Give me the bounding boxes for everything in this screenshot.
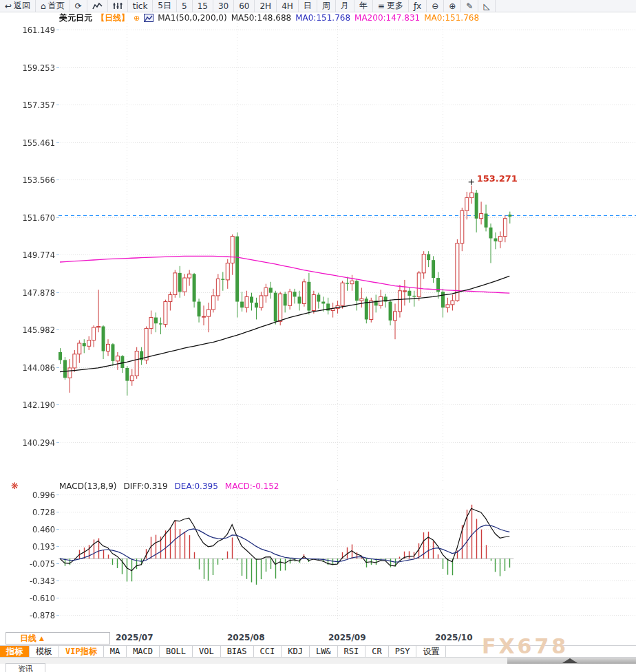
draw-icon: ✎ xyxy=(466,2,473,10)
indicator-tabs-row: 指标模板VIP指标MAMACDBOLLVOLBIASCCIKDJLW&RSICR… xyxy=(0,645,636,658)
toolbar-interval-5-button[interactable]: 5 xyxy=(177,0,193,12)
toolbar-tick-label: tick xyxy=(133,1,148,11)
toolbar-interval-30-button[interactable]: 30 xyxy=(213,0,234,12)
indicator-tab-kdj[interactable]: KDJ xyxy=(282,646,310,657)
toolbar-interval-day-button[interactable]: 日 xyxy=(299,0,317,12)
news-corner-tab[interactable]: 资讯 xyxy=(6,663,45,672)
toolbar-refresh-icon[interactable]: ⟳ xyxy=(70,0,87,12)
ma-settings-label[interactable]: MA1(50,0,200,0) xyxy=(158,13,226,23)
chart-header: 美元日元 【日线】 ⊕ MA1(50,0,200,0) MA50:148.688… xyxy=(59,12,479,23)
macd-header: MACD(13,8,9) DIFF:0.319 DEA:0.395 MACD:-… xyxy=(59,481,279,491)
toolbar-interval-week-button[interactable]: 周 xyxy=(317,0,336,12)
toolbar-interval-60-label: 60 xyxy=(239,1,249,11)
toolbar-angle-tool-icon[interactable]: ◺ xyxy=(478,0,495,12)
toolbar-more-label: 更多 xyxy=(387,0,403,12)
indicator-tab-cr[interactable]: CR xyxy=(365,646,388,657)
macd-bar-value: MACD:-0.152 xyxy=(225,481,279,491)
date-label-sep: 2025/09 xyxy=(328,633,365,642)
toolbar-fx-label: ƒx xyxy=(414,1,421,11)
period-tag: 【日线】 xyxy=(96,12,129,24)
horizontal-scrollbar-track[interactable] xyxy=(0,658,636,664)
period-selector-arrow-icon: ▲ xyxy=(39,635,44,642)
indicator-tab-settings[interactable]: 设置 xyxy=(416,646,446,657)
macd-diff-value: DIFF:0.319 xyxy=(124,481,168,491)
indicator-tab-vip-indicators[interactable]: VIP指标 xyxy=(59,646,104,657)
indicator-tab-psy[interactable]: PSY xyxy=(389,646,417,657)
macd-params-label[interactable]: MACD(13,8,9) xyxy=(59,481,117,491)
toolbar-interval-month-label: 月 xyxy=(341,0,349,12)
zoom-in-icon: ⊕ xyxy=(449,2,456,10)
toolbar-fx-button[interactable]: ƒx xyxy=(409,0,427,12)
toolbar-interval-year-label: 年 xyxy=(359,0,368,12)
toolbar-interval-2h-label: 2H xyxy=(259,1,271,11)
angle-tool-icon: ◺ xyxy=(483,2,489,10)
more-icon: ≡ xyxy=(378,2,385,10)
toolbar-interval-30-label: 30 xyxy=(218,1,229,11)
line-chart-icon xyxy=(92,2,103,10)
toolbar-interval-4h-label: 4H xyxy=(282,1,293,11)
toolbar-home-label: 首页 xyxy=(48,0,65,12)
indicator-tab-ma[interactable]: MA xyxy=(104,646,127,657)
symbol-name: 美元日元 xyxy=(59,12,92,24)
app-window: ↩返回⌂首页⟳tick5日51530602H4H日周月年≡更多ƒx⊖⊕✎◺ 分时… xyxy=(0,0,636,672)
indicator-tab-rsi[interactable]: RSI xyxy=(338,646,366,657)
date-label-oct: 2025/10 xyxy=(435,633,472,642)
toolbar-zoom-in-icon[interactable]: ⊕ xyxy=(444,0,461,12)
indicator-tab-templates[interactable]: 模板 xyxy=(30,646,59,657)
toolbar-more-button[interactable]: ≡更多 xyxy=(373,0,409,12)
period-selector[interactable]: 日线 ▲ xyxy=(6,632,110,644)
period-selector-label: 日线 xyxy=(20,633,36,644)
horizontal-scrollbar-thumb[interactable] xyxy=(507,658,636,664)
date-label-jul: 2025/07 xyxy=(116,633,153,642)
ma200-value: MA200:147.831 xyxy=(354,13,420,23)
indicator-tab-bias[interactable]: BIAS xyxy=(221,646,254,657)
kline-macd-chart-canvas[interactable] xyxy=(0,12,636,632)
top-toolbar: ↩返回⌂首页⟳tick5日51530602H4H日周月年≡更多ƒx⊖⊕✎◺ xyxy=(0,0,636,12)
date-label-aug: 2025/08 xyxy=(227,633,264,642)
add-compare-icon[interactable]: ⊕ xyxy=(134,14,140,23)
toolbar-range-5d-label: 5日 xyxy=(158,0,171,12)
toolbar-interval-15-button[interactable]: 15 xyxy=(193,0,213,12)
toolbar-interval-day-label: 日 xyxy=(304,0,312,12)
toolbar-interval-week-label: 周 xyxy=(322,0,330,12)
toolbar-interval-year-button[interactable]: 年 xyxy=(354,0,373,12)
refresh-icon: ⟳ xyxy=(75,2,82,10)
ma-chart-icon xyxy=(144,14,153,22)
home-icon: ⌂ xyxy=(41,2,46,10)
macd-settings-icon[interactable]: ❋ xyxy=(11,481,19,491)
toolbar-line-chart-icon[interactable] xyxy=(87,0,108,12)
indicator-tab-cci[interactable]: CCI xyxy=(254,646,282,657)
toolbar-home-button[interactable]: ⌂首页 xyxy=(36,0,70,12)
ma50-value: MA50:148.688 xyxy=(231,13,292,23)
indicator-tab-boll[interactable]: BOLL xyxy=(160,646,193,657)
toolbar-draw-icon[interactable]: ✎ xyxy=(461,0,478,12)
toolbar-interval-5-label: 5 xyxy=(182,1,187,11)
indicator-tab-vol[interactable]: VOL xyxy=(193,646,221,657)
toolbar-tick-button[interactable]: tick xyxy=(128,0,153,12)
toolbar-interval-15-label: 15 xyxy=(198,1,208,11)
toolbar-zoom-out-icon[interactable]: ⊖ xyxy=(427,0,444,12)
toolbar-back-button[interactable]: ↩返回 xyxy=(0,0,36,12)
ma0-blue-value: MA0:151.768 xyxy=(295,13,350,23)
toolbar-interval-60-button[interactable]: 60 xyxy=(234,0,255,12)
scrollbar-arrow-icon xyxy=(562,658,577,663)
toolbar-volume-bars-icon[interactable] xyxy=(108,0,128,12)
toolbar-interval-2h-button[interactable]: 2H xyxy=(255,0,277,12)
back-icon: ↩ xyxy=(5,2,12,10)
indicator-tab-indicators[interactable]: 指标 xyxy=(0,646,30,657)
volume-bars-icon xyxy=(113,2,123,10)
toolbar-interval-4h-button[interactable]: 4H xyxy=(277,0,299,12)
toolbar-range-5d-button[interactable]: 5日 xyxy=(153,0,177,12)
indicator-tab-macd[interactable]: MACD xyxy=(127,646,160,657)
macd-dea-value: DEA:0.395 xyxy=(175,481,218,491)
toolbar-interval-month-button[interactable]: 月 xyxy=(336,0,354,12)
ma0-orange-value: MA0:151.768 xyxy=(424,13,479,23)
toolbar-back-label: 返回 xyxy=(14,0,30,12)
zoom-out-icon: ⊖ xyxy=(432,2,438,10)
x-axis-row: 日线 ▲ 2025/07 2025/08 2025/09 2025/10 xyxy=(0,632,636,644)
indicator-tab-lw[interactable]: LW& xyxy=(310,646,338,657)
